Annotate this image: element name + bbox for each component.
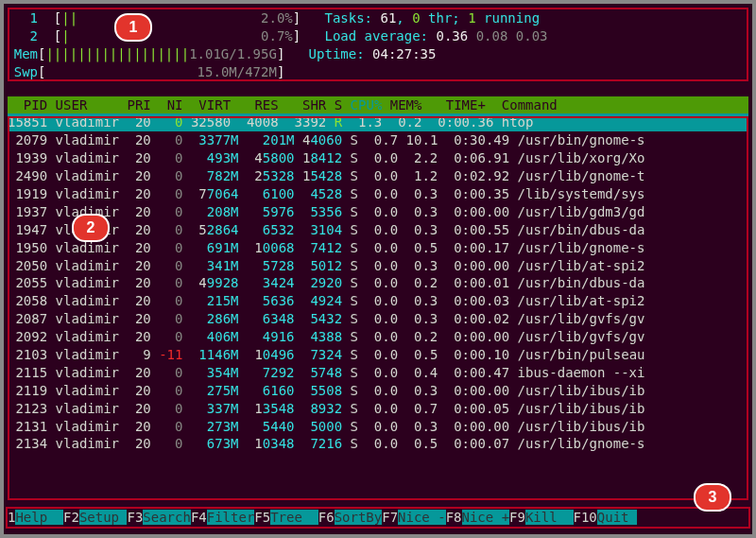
cpu1-pct: 2.0%	[261, 9, 293, 27]
htop-terminal[interactable]: 1 [|| 2.0%] Tasks: 61, 0 thr; 1 running …	[4, 4, 752, 453]
run-count: 1	[468, 9, 475, 27]
col-pid[interactable]: PID	[8, 97, 47, 113]
mem-meter: Mem[||||||||||||||||||1.01G/1.95G] Uptim…	[8, 45, 748, 63]
col-cmd[interactable]: Command	[502, 97, 558, 113]
mem-text: 1.01G/1.95G	[189, 45, 277, 63]
fkey-F6: F6	[318, 510, 335, 525]
swp-meter: Swp[ 15.0M/472M]	[8, 63, 748, 81]
table-row[interactable]: 2087 vladimir 20 0 286M 6348 5432 S 0.0 …	[8, 310, 748, 328]
cpu2-bar: |	[61, 27, 69, 45]
fkey-F4-label[interactable]: Filter	[207, 510, 255, 525]
fkey-F8-label[interactable]: Nice +	[462, 510, 510, 525]
col-time[interactable]: TIME+	[430, 97, 493, 113]
swp-label: Swp	[8, 63, 38, 81]
cpu2-pct: 0.7%	[261, 27, 293, 45]
col-pri[interactable]: PRI	[127, 97, 150, 113]
table-row[interactable]: 2103 vladimir 9 -11 1146M 10496 7324 S 0…	[8, 346, 748, 364]
table-row[interactable]: 2079 vladimir 20 0 3377M 201M 44060 S 0.…	[8, 131, 748, 149]
table-row[interactable]: 1947 vladimir 20 0 52864 6532 3104 S 0.0…	[8, 221, 748, 239]
fkey-F3-label[interactable]: Search	[143, 510, 191, 525]
uptime-value: 04:27:35	[372, 45, 436, 63]
fkey-F6-label[interactable]: SortBy	[335, 510, 383, 525]
col-res[interactable]: RES	[239, 97, 279, 113]
process-header[interactable]: PID USER PRI NI VIRT RES SHR S CPU% MEM%…	[8, 96, 748, 114]
col-shr[interactable]: SHR	[286, 97, 326, 113]
fkey-F3: F3	[127, 510, 143, 525]
fkey-F5: F5	[254, 510, 270, 525]
thr-count: 0	[412, 9, 420, 27]
table-row[interactable]: 1919 vladimir 20 0 77064 6100 4528 S 0.0…	[8, 185, 748, 203]
la1: 0.36	[436, 27, 468, 45]
fkey-F2: F2	[63, 510, 79, 525]
fkey-F7-label[interactable]: Nice -	[398, 510, 446, 525]
tasks-count: 61	[380, 9, 396, 27]
mem-bar: ||||||||||||||||||	[45, 45, 189, 63]
table-row[interactable]: 2131 vladimir 20 0 273M 5440 5000 S 0.0 …	[8, 418, 748, 436]
table-row[interactable]: 2123 vladimir 20 0 337M 13548 8932 S 0.0…	[8, 400, 748, 418]
callout-badge-1: 1	[114, 13, 152, 42]
callout-badge-2: 2	[72, 214, 110, 242]
la2: 0.08	[476, 27, 508, 45]
cpu2-label: 2	[8, 27, 38, 45]
fkey-F4: F4	[191, 510, 207, 525]
col-user[interactable]: USER	[56, 97, 88, 113]
fkey-F10: F10	[574, 510, 597, 525]
fkey-F7: F7	[382, 510, 398, 525]
table-row[interactable]: 2050 vladimir 20 0 341M 5728 5012 S 0.0 …	[8, 257, 748, 275]
table-row[interactable]: 2134 vladimir 20 0 673M 10348 7216 S 0.0…	[8, 435, 748, 453]
col-s[interactable]: S	[335, 97, 342, 113]
fkey-F5-label[interactable]: Tree	[270, 510, 318, 525]
table-row[interactable]: 2055 vladimir 20 0 49928 3424 2920 S 0.0…	[8, 274, 748, 292]
table-row[interactable]: 2115 vladimir 20 0 354M 7292 5748 S 0.0 …	[8, 364, 748, 382]
fkey-1-label[interactable]: Help	[15, 510, 63, 525]
cpu1-label: 1	[8, 9, 38, 27]
table-row[interactable]: 1939 vladimir 20 0 493M 45800 18412 S 0.…	[8, 149, 748, 167]
table-row[interactable]: 1937 vladimir 20 0 208M 5976 5356 S 0.0 …	[8, 203, 748, 221]
la3: 0.03	[516, 27, 548, 45]
uptime-label: Uptime:	[309, 45, 372, 63]
tasks-label: Tasks:	[324, 9, 380, 27]
table-row[interactable]: 2058 vladimir 20 0 215M 5636 4924 S 0.0 …	[8, 292, 748, 310]
table-row[interactable]: 1950 vladimir 20 0 691M 10068 7412 S 0.0…	[8, 239, 748, 257]
fkey-F10-label[interactable]: Quit	[597, 510, 637, 525]
fkey-F9: F9	[509, 510, 525, 525]
mem-label: Mem	[8, 45, 38, 63]
col-mem[interactable]: MEM%	[390, 97, 422, 113]
col-ni[interactable]: NI	[159, 97, 182, 113]
fkey-F8: F8	[446, 510, 462, 525]
fkey-F2-label[interactable]: Setup	[79, 510, 128, 525]
loadavg-label: Load average:	[324, 27, 436, 45]
swp-text: 15.0M/472M	[198, 63, 277, 81]
table-row[interactable]: 2490 vladimir 20 0 782M 25328 15428 S 0.…	[8, 167, 748, 185]
table-row[interactable]: 2092 vladimir 20 0 406M 4916 4388 S 0.0 …	[8, 328, 748, 346]
cpu1-bar: ||	[61, 9, 77, 27]
callout-badge-3: 3	[694, 483, 731, 512]
col-cpu[interactable]: CPU%	[351, 97, 383, 113]
function-key-bar[interactable]: 1Help F2Setup F3SearchF4FilterF5Tree F6S…	[8, 509, 748, 527]
fkey-F9-label[interactable]: Kill	[525, 510, 574, 525]
table-row[interactable]: 15851 vladimir 20 0 32580 4008 3392 R 1.…	[8, 113, 748, 131]
table-row[interactable]: 2119 vladimir 20 0 275M 6160 5508 S 0.0 …	[8, 382, 748, 400]
col-virt[interactable]: VIRT	[191, 97, 231, 113]
process-list[interactable]: 15851 vladimir 20 0 32580 4008 3392 R 1.…	[8, 113, 748, 453]
